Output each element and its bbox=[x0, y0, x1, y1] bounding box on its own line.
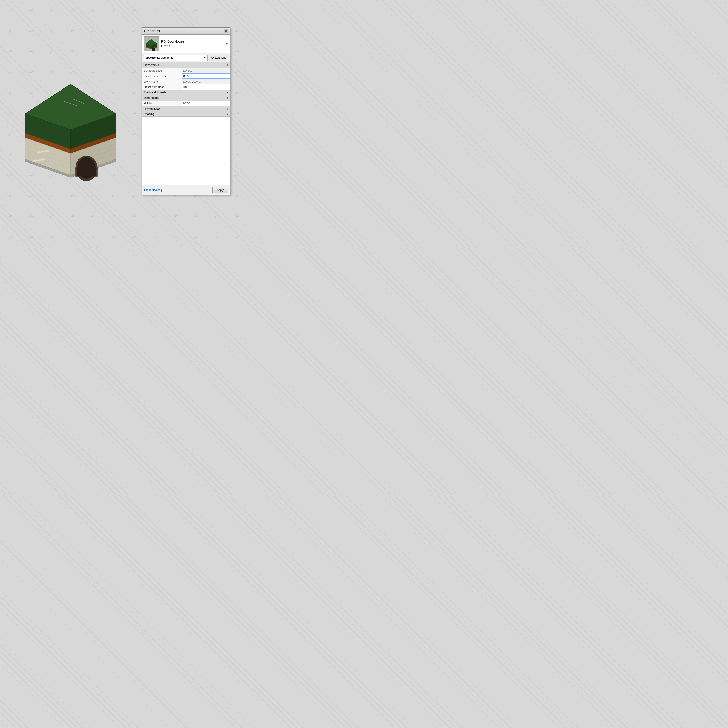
watermark-cell: RD bbox=[58, 182, 86, 210]
watermark-cell: RD bbox=[202, 202, 231, 231]
watermark-cell: RD bbox=[38, 223, 66, 248]
watermark-cell: RD bbox=[0, 38, 24, 66]
watermark-cell: RD bbox=[161, 202, 190, 231]
watermark-cell: RD bbox=[58, 17, 86, 45]
watermark-cell: RD bbox=[58, 202, 86, 231]
watermark-cell: RD bbox=[141, 0, 169, 24]
constraints-toggle: ∧ bbox=[226, 63, 228, 67]
watermark-cell: RD bbox=[182, 223, 210, 248]
watermark-cell: RD bbox=[79, 38, 107, 66]
watermark-cell: RD bbox=[0, 202, 24, 231]
watermark-cell: RD bbox=[99, 223, 128, 248]
watermark-cell: RD bbox=[99, 202, 128, 231]
watermark-cell: RD bbox=[0, 182, 24, 210]
watermark-cell: RD bbox=[120, 202, 148, 231]
work-plane-label: Work Plane bbox=[142, 79, 182, 84]
height-value: 90.00 □ bbox=[182, 101, 230, 106]
preview-info: RD_Dog House Green bbox=[161, 39, 223, 48]
edit-type-button[interactable]: ⚙ Edit Type bbox=[209, 55, 228, 61]
type-dropdown-label: Specialty Equipment (1) bbox=[145, 56, 174, 60]
watermark-cell: RD bbox=[202, 223, 231, 248]
constraints-section-header[interactable]: Constraints ∧ bbox=[142, 62, 230, 68]
panel-footer: Properties help Apply bbox=[142, 185, 230, 195]
watermark-cell: RD bbox=[58, 223, 86, 248]
dimensions-toggle: ∧ bbox=[226, 96, 228, 99]
watermark-cell: RD bbox=[182, 0, 210, 24]
preview-name-line1: RD_Dog House bbox=[161, 39, 223, 44]
schedule-level-value: Level 1 bbox=[182, 68, 230, 73]
watermark-cell: RD bbox=[79, 223, 107, 248]
electrical-loads-toggle: ∨ bbox=[226, 91, 228, 94]
watermark-cell: RD bbox=[79, 17, 107, 45]
watermark-cell: RD bbox=[99, 0, 128, 24]
height-label: Height bbox=[142, 101, 182, 106]
properties-help-link[interactable]: Properties help bbox=[144, 188, 163, 191]
watermark-cell: RD bbox=[17, 223, 45, 248]
watermark-cell: RD bbox=[120, 223, 148, 248]
schedule-level-row: Schedule Level Level 1 bbox=[142, 68, 230, 73]
identity-data-label: Identity Data bbox=[144, 107, 160, 110]
watermark-cell: RD bbox=[79, 182, 107, 210]
panel-title: Properties bbox=[144, 29, 160, 33]
close-button[interactable]: ✕ bbox=[224, 29, 228, 33]
elevation-from-level-input[interactable] bbox=[184, 75, 229, 78]
watermark-cell: RD bbox=[223, 0, 248, 24]
watermark-cell: RD bbox=[0, 223, 24, 248]
preview-dropdown-arrow[interactable]: ▼ bbox=[225, 42, 228, 46]
height-row: Height 90.00 □ bbox=[142, 101, 230, 106]
work-plane-value: Level : Level 1 bbox=[182, 79, 230, 84]
svg-rect-17 bbox=[77, 168, 96, 176]
watermark-cell: RD bbox=[0, 17, 24, 45]
watermark-cell: RD bbox=[38, 182, 66, 210]
identity-data-toggle: ∨ bbox=[226, 107, 228, 110]
identity-data-section-header[interactable]: Identity Data ∨ bbox=[142, 106, 230, 112]
watermark-cell: RD bbox=[58, 0, 86, 24]
type-dropdown[interactable]: Specialty Equipment (1) ▼ bbox=[144, 55, 208, 61]
phasing-label: Phasing bbox=[144, 112, 154, 116]
watermark-cell: RD bbox=[223, 202, 248, 231]
preview-area: RD_Dog House Green ▼ bbox=[142, 35, 230, 54]
watermark-cell: RD bbox=[38, 0, 66, 24]
edit-type-icon: ⚙ bbox=[211, 56, 214, 60]
watermark-cell: RD bbox=[120, 0, 148, 24]
svg-rect-33 bbox=[152, 49, 155, 51]
watermark-cell: RD bbox=[79, 202, 107, 231]
watermark-cell: RD bbox=[79, 0, 107, 24]
type-dropdown-arrow: ▼ bbox=[203, 56, 206, 60]
elevation-from-level-row: Elevation from Level bbox=[142, 73, 230, 79]
work-plane-row: Work Plane Level : Level 1 bbox=[142, 79, 230, 84]
height-icon: □ bbox=[227, 102, 229, 105]
doghouse-area bbox=[11, 64, 130, 182]
constraints-label: Constraints bbox=[144, 63, 159, 67]
watermark-cell: RD bbox=[17, 38, 45, 66]
watermark-cell: RD bbox=[161, 223, 190, 248]
offset-from-host-value: 0.00 bbox=[182, 84, 230, 90]
watermark-cell: RD bbox=[38, 17, 66, 45]
offset-from-host-row: Offset from Host 0.00 bbox=[142, 84, 230, 90]
preview-thumbnail bbox=[144, 37, 159, 51]
elevation-from-level-value[interactable] bbox=[182, 73, 230, 79]
watermark-cell: RD bbox=[17, 182, 45, 210]
properties-panel: Properties ✕ RD_Dog House Green ▼ Sp bbox=[142, 27, 231, 195]
watermark-cell: RD bbox=[38, 202, 66, 231]
dimensions-section-header[interactable]: Dimensions ∧ bbox=[142, 95, 230, 101]
preview-name-line2: Green bbox=[161, 44, 223, 49]
type-selector-row: Specialty Equipment (1) ▼ ⚙ Edit Type bbox=[142, 54, 230, 62]
empty-area bbox=[142, 117, 230, 185]
electrical-loads-label: Electrical - Loads bbox=[144, 91, 166, 94]
edit-type-label: Edit Type bbox=[215, 56, 226, 60]
offset-from-host-label: Offset from Host bbox=[142, 84, 182, 90]
electrical-loads-section-header[interactable]: Electrical - Loads ∨ bbox=[142, 90, 230, 95]
schedule-level-label: Schedule Level bbox=[142, 68, 182, 73]
watermark-cell: RD bbox=[202, 0, 231, 24]
apply-button[interactable]: Apply bbox=[213, 187, 228, 193]
watermark-cell: RD bbox=[58, 38, 86, 66]
phasing-section-header[interactable]: Phasing ∨ bbox=[142, 112, 230, 117]
dimensions-label: Dimensions bbox=[144, 96, 159, 99]
watermark-cell: RD bbox=[99, 38, 128, 66]
watermark-cell: RD bbox=[17, 17, 45, 45]
watermark-cell: RD bbox=[17, 202, 45, 231]
watermark-cell: RD bbox=[141, 223, 169, 248]
watermark-cell: RD bbox=[182, 202, 210, 231]
watermark-cell: RD bbox=[99, 17, 128, 45]
